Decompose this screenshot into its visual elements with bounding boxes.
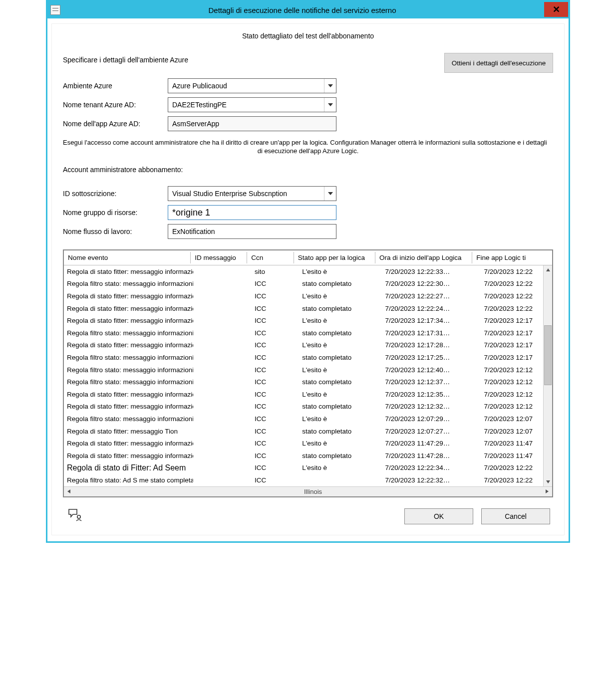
- cell-start: 7/20/2023 12:22:24…: [381, 305, 480, 312]
- cell-start: 7/20/2023 11:47:29…: [381, 440, 480, 447]
- section-label: Specificare i dettagli dell'ambiente Azu…: [63, 53, 188, 64]
- table-row[interactable]: Regola di stato fitter: messaggio inform…: [64, 302, 552, 315]
- dialog-window: Dettagli di esecuzione delle notifiche d…: [46, 0, 570, 543]
- cell-ccn: ICC: [251, 280, 298, 287]
- system-icon: [50, 5, 60, 15]
- cell-start: 7/20/2023 12:17:28…: [381, 341, 480, 349]
- cell-start: 7/20/2023 12:17:25…: [381, 354, 480, 361]
- col-end[interactable]: Fine app Logic ti: [472, 252, 543, 263]
- cell-event: Regola filtro stato: messaggio informazi…: [64, 280, 193, 287]
- cell-ccn: ICC: [251, 341, 298, 349]
- tenant-combo[interactable]: DAE2ETestingPE: [168, 97, 336, 112]
- cell-start: 7/20/2023 12:17:31…: [381, 329, 480, 337]
- cell-status: L'esito è: [298, 317, 381, 324]
- client-area: Stato dettagliato del test dell'abboname…: [47, 18, 569, 541]
- col-ccn[interactable]: Ccn: [247, 252, 294, 263]
- col-status[interactable]: Stato app per la logica: [294, 252, 375, 263]
- sub-combo[interactable]: Visual Studio Enterprise Subscnption: [168, 186, 336, 201]
- admin-row: Account amministratore abbonamento: Sign…: [63, 163, 553, 177]
- table-row[interactable]: Regola filtro stato: Ad S me stato compl…: [64, 474, 552, 486]
- cell-ccn: ICC: [251, 403, 298, 410]
- table-row[interactable]: Regola di stato fitter: messaggio inform…: [64, 450, 552, 462]
- cell-end: 7/20/2023 12:12: [480, 391, 552, 398]
- scroll-down-icon[interactable]: [544, 477, 552, 486]
- rg-value: *origine 1: [172, 208, 210, 218]
- cell-end: 7/20/2023 12:07: [480, 415, 552, 423]
- admin-label: Account amministratore abbonamento:: [63, 166, 183, 174]
- horizontal-scrollbar[interactable]: Illinois: [64, 486, 552, 496]
- scroll-up-icon[interactable]: [544, 265, 552, 274]
- wf-row: Nome flusso di lavoro: ExNotification: [63, 224, 553, 239]
- close-button[interactable]: ✕: [544, 2, 568, 17]
- cell-end: 7/20/2023 12:17: [480, 317, 552, 324]
- cell-status: L'esito è: [298, 341, 381, 349]
- cell-start: 7/20/2023 12:12:35…: [381, 391, 480, 398]
- window-title: Dettagli di esecuzione delle notifiche d…: [60, 6, 544, 14]
- cell-ccn: ICC: [251, 354, 298, 361]
- info-line1: Esegui l'accesso come account amministra…: [63, 139, 553, 146]
- cell-end: 7/20/2023 12:22: [480, 280, 552, 287]
- cell-event: Regola di stato fitter: messaggio inform…: [64, 440, 193, 447]
- ok-button[interactable]: OK: [404, 508, 473, 524]
- cell-end: 7/20/2023 12:22: [480, 305, 552, 312]
- rg-input[interactable]: *origine 1: [168, 205, 336, 220]
- cell-status: L'esito è: [298, 391, 381, 398]
- cell-end: 7/20/2023 12:17: [480, 329, 552, 337]
- cancel-button[interactable]: Cancel: [481, 508, 550, 524]
- col-event[interactable]: Nome evento: [64, 252, 191, 263]
- table-row[interactable]: Regola di stato fitter: messaggio inform…: [64, 339, 552, 352]
- scroll-right-icon[interactable]: [542, 487, 552, 496]
- cell-end: 7/20/2023 12:12: [480, 366, 552, 374]
- cell-event: Regola filtro stato: messaggio informazi…: [64, 378, 193, 386]
- cell-ccn: ICC: [251, 428, 298, 435]
- table-row[interactable]: Regola filtro stato: messaggio informazi…: [64, 351, 552, 364]
- cell-end: 7/20/2023 11:47: [480, 440, 552, 447]
- col-start[interactable]: Ora di inizio dell'app Logica: [375, 252, 472, 263]
- cell-event: Regola filtro stato: Ad S me stato compl…: [64, 476, 193, 484]
- sub-value: Visual Studio Enterprise Subscnption: [172, 190, 287, 198]
- cell-event: Regola di stato fitter: messaggio inform…: [64, 317, 193, 324]
- feedback-icon[interactable]: [66, 508, 82, 525]
- wf-value: ExNotification: [172, 227, 215, 235]
- cell-end: 7/20/2023 12:12: [480, 378, 552, 386]
- cell-ccn: ICC: [251, 292, 298, 300]
- vertical-scrollbar[interactable]: ≡: [543, 265, 552, 486]
- cell-status: stato completato: [298, 428, 381, 435]
- env-combo[interactable]: Azure Publicaoud: [168, 78, 336, 93]
- dialog-footer: OK Cancel: [63, 497, 553, 528]
- env-value: Azure Publicaoud: [172, 82, 227, 90]
- cell-status: L'esito è: [298, 464, 381, 471]
- cell-start: 7/20/2023 12:07:27…: [381, 428, 480, 435]
- table-row[interactable]: Regola filtro stato: messaggio informazi…: [64, 364, 552, 376]
- app-input[interactable]: AsmServerApp: [168, 116, 336, 131]
- sub-label: ID sottoscrizione:: [63, 190, 168, 198]
- table-row[interactable]: Regola di stato fitter: messaggio inform…: [64, 388, 552, 401]
- table-row[interactable]: Regola di stato fitter: messaggio inform…: [64, 265, 552, 278]
- scroll-left-icon[interactable]: [64, 487, 74, 496]
- table-row[interactable]: Regola di stato di Fitter: Ad Seem502ICC…: [64, 462, 552, 474]
- cell-start: 7/20/2023 12:17:34…: [381, 317, 480, 324]
- grid-body: Regola di stato fitter: messaggio inform…: [64, 265, 552, 486]
- table-row[interactable]: Regola di stato fitter: messaggio Tion53…: [64, 425, 552, 438]
- table-row[interactable]: Regola filtro stato: messaggio informazi…: [64, 413, 552, 425]
- footer-buttons: OK Cancel: [404, 508, 550, 524]
- wf-input[interactable]: ExNotification: [168, 224, 336, 239]
- col-msgid[interactable]: ID messaggio: [191, 252, 247, 263]
- table-row[interactable]: Regola filtro stato: messaggio informazi…: [64, 278, 552, 290]
- cell-ccn: ICC: [251, 378, 298, 386]
- table-row[interactable]: Regola di stato fitter: messaggio inform…: [64, 437, 552, 450]
- cell-event: Regola di stato fitter: messaggio inform…: [64, 452, 193, 459]
- cell-status: stato completato: [298, 378, 381, 386]
- cell-event: Regola di stato fitter: messaggio inform…: [64, 403, 193, 410]
- cell-ccn: ICC: [251, 317, 298, 324]
- table-row[interactable]: Regola filtro stato: messaggio informazi…: [64, 327, 552, 339]
- table-row[interactable]: Regola di stato fitter: messaggio inform…: [64, 401, 552, 413]
- scroll-thumb[interactable]: [544, 325, 552, 385]
- cell-status: stato completato: [298, 305, 381, 312]
- table-row[interactable]: Regola di stato fitter: messaggio inform…: [64, 290, 552, 302]
- table-row[interactable]: Regola filtro stato: messaggio informazi…: [64, 376, 552, 388]
- cell-ccn: ICC: [251, 440, 298, 447]
- table-row[interactable]: Regola di stato fitter: messaggio inform…: [64, 314, 552, 327]
- get-details-button[interactable]: Ottieni i dettagli dell'esecuzione: [444, 53, 553, 73]
- main-panel: Stato dettagliato del test dell'abboname…: [51, 23, 565, 535]
